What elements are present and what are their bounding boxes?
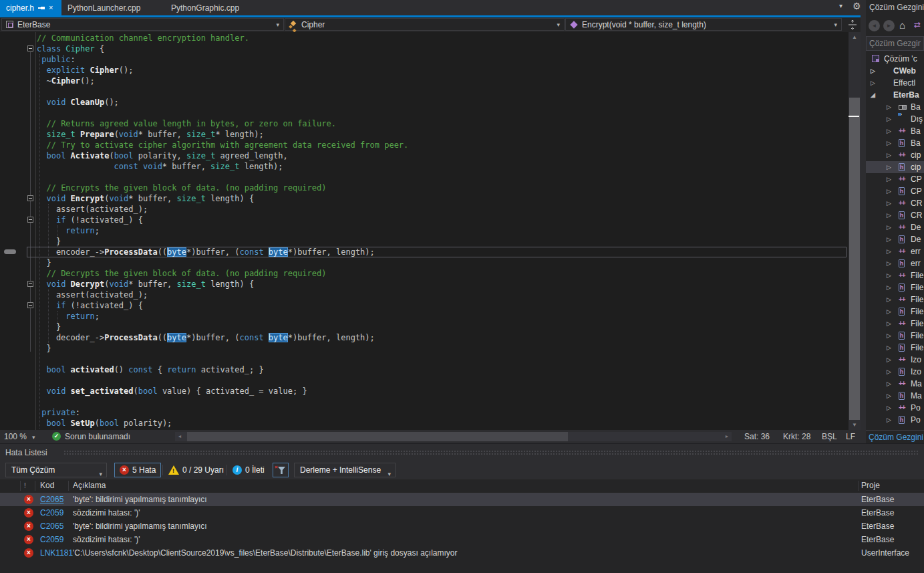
- chevron-collapsed-icon[interactable]: ▷: [887, 342, 891, 354]
- health-status[interactable]: Sorun bulunamadı: [65, 430, 130, 443]
- close-icon[interactable]: ×: [49, 0, 53, 15]
- code-line[interactable]: assert(activated_);: [0, 290, 849, 300]
- severity-column-icon[interactable]: !: [24, 479, 26, 492]
- tree-item-file[interactable]: ▷hFile: [866, 330, 924, 342]
- source-filter-dropdown[interactable]: Derleme + IntelliSense ▾: [294, 463, 396, 477]
- scrollbar-thumb[interactable]: [849, 98, 860, 420]
- chevron-collapsed-icon[interactable]: ▷: [887, 125, 891, 137]
- column-header-project[interactable]: Proje: [861, 479, 880, 492]
- code-line[interactable]: if (!activated_) {: [0, 300, 849, 311]
- code-line[interactable]: void set_activated(bool value) { activat…: [0, 386, 849, 396]
- chevron-collapsed-icon[interactable]: ▷: [887, 294, 891, 306]
- chevron-collapsed-icon[interactable]: ▷: [887, 113, 891, 125]
- error-table-row[interactable]: ×LNK1181'C:\Users\sfcnk\Desktop\ClientSo…: [0, 546, 924, 560]
- tree-item-izo[interactable]: ▷hIzo: [866, 366, 924, 378]
- pin-icon[interactable]: [38, 5, 45, 11]
- code-line[interactable]: // Returns agreed value length in bytes,…: [0, 118, 849, 129]
- code-line[interactable]: void Decrypt(void* buffer, size_t length…: [0, 279, 849, 290]
- tree-item-cip[interactable]: ▷hcip: [866, 161, 924, 173]
- messages-toggle-button[interactable]: i 0 İleti: [233, 463, 265, 477]
- fold-marker-icon[interactable]: [27, 217, 33, 223]
- error-table-row[interactable]: ×C2065'byte': bildirimi yapılmamış tanım…: [0, 493, 924, 506]
- tree-item-de[interactable]: ▷++De: [866, 221, 924, 233]
- tree-item-ma[interactable]: ▷++Ma: [866, 378, 924, 390]
- code-line[interactable]: assert(activated_);: [0, 204, 849, 215]
- error-code-link[interactable]: C2059: [40, 533, 63, 546]
- chevron-down-icon[interactable]: ▾: [32, 434, 35, 441]
- code-line[interactable]: [0, 354, 849, 364]
- chevron-collapsed-icon[interactable]: ▷: [887, 414, 891, 426]
- fold-marker-icon[interactable]: [27, 281, 33, 287]
- tree-item-ba[interactable]: ▷Ba: [866, 101, 924, 113]
- vertical-scrollbar[interactable]: ▲ ▼: [849, 32, 861, 430]
- chevron-collapsed-icon[interactable]: ▷: [887, 366, 891, 378]
- tree-item-de[interactable]: ▷hDe: [866, 233, 924, 245]
- error-code-link[interactable]: C2065: [40, 493, 63, 506]
- error-code-link[interactable]: C2065: [40, 520, 63, 533]
- chevron-collapsed-icon[interactable]: ▷: [887, 185, 891, 197]
- code-line[interactable]: decoder_->ProcessData((byte*)buffer, (co…: [0, 332, 849, 343]
- tree-item-file[interactable]: ▷hFile: [866, 342, 924, 354]
- scope-filter-dropdown[interactable]: Tüm Çözüm ▾: [5, 463, 107, 477]
- tree-item-izo[interactable]: ▷++Izo: [866, 354, 924, 366]
- code-line[interactable]: }: [0, 236, 849, 247]
- column-header-code[interactable]: Kod: [40, 479, 54, 492]
- code-line[interactable]: if (!activated_) {: [0, 215, 849, 225]
- chevron-collapsed-icon[interactable]: ▷: [887, 197, 891, 209]
- tree-item-cip[interactable]: ▷++cip: [866, 149, 924, 161]
- chevron-collapsed-icon[interactable]: ▷: [871, 77, 875, 89]
- chevron-collapsed-icon[interactable]: ▷: [887, 281, 891, 294]
- tree-item-cp[interactable]: ▷++CP: [866, 173, 924, 185]
- chevron-collapsed-icon[interactable]: ▷: [887, 101, 891, 113]
- code-line[interactable]: [0, 375, 849, 386]
- tree-item-cp[interactable]: ▷hCP: [866, 185, 924, 197]
- tree-item-ma[interactable]: ▷hMa: [866, 390, 924, 402]
- code-line[interactable]: }: [0, 257, 849, 268]
- project-dropdown[interactable]: EterBase ▾: [1, 18, 284, 31]
- chevron-collapsed-icon[interactable]: ▷: [887, 390, 891, 402]
- split-editor-icon[interactable]: [847, 19, 858, 30]
- tree-item-file[interactable]: ▷++File: [866, 318, 924, 330]
- tree-item-file[interactable]: ▷++File: [866, 269, 924, 281]
- tree-item-file[interactable]: ▷++File: [866, 294, 924, 306]
- tree-item-ba[interactable]: ▷++Ba: [866, 125, 924, 137]
- error-code-link[interactable]: LNK1181: [40, 546, 73, 560]
- chevron-collapsed-icon[interactable]: ▷: [887, 330, 891, 342]
- error-table-row[interactable]: ×C2065'byte': bildirimi yapılmamış tanım…: [0, 520, 924, 533]
- tab-list-dropdown-icon[interactable]: ▾: [839, 2, 842, 9]
- code-line[interactable]: class Cipher {: [0, 43, 849, 54]
- warnings-toggle-button[interactable]: 0 / 29 Uyarı: [168, 463, 224, 477]
- code-line[interactable]: encoder_->ProcessData((byte*)buffer, (co…: [0, 247, 849, 257]
- chevron-collapsed-icon[interactable]: ▷: [887, 354, 891, 366]
- chevron-collapsed-icon[interactable]: ▷: [887, 161, 891, 173]
- scroll-right-icon[interactable]: ►: [722, 432, 732, 441]
- chevron-collapsed-icon[interactable]: ▷: [887, 269, 891, 281]
- tree-item-d-[interactable]: ▷Dış: [866, 113, 924, 125]
- code-line[interactable]: [0, 108, 849, 118]
- code-line[interactable]: return;: [0, 311, 849, 322]
- code-line[interactable]: [0, 396, 849, 407]
- tree-item-err[interactable]: ▷++err: [866, 245, 924, 257]
- solution-explorer-bottom-tab[interactable]: Çözüm Gezgini: [866, 430, 924, 443]
- chevron-collapsed-icon[interactable]: ▷: [887, 137, 891, 149]
- code-line[interactable]: bool activated() const { return activate…: [0, 364, 849, 375]
- tree-item-ba[interactable]: ▷hBa: [866, 137, 924, 149]
- code-line[interactable]: // Communication channel encryption hand…: [0, 33, 849, 43]
- code-line[interactable]: // Encrypts the given block of data. (no…: [0, 183, 849, 193]
- horizontal-scrollbar[interactable]: ◄ ►: [175, 432, 732, 441]
- tree-item--z-m-c[interactable]: Çözüm 'c: [866, 53, 924, 65]
- tab-pythonlauncher-cpp[interactable]: PythonLauncher.cpp: [61, 0, 162, 15]
- chevron-collapsed-icon[interactable]: ▷: [887, 233, 891, 245]
- code-line[interactable]: [0, 172, 849, 183]
- error-table-row[interactable]: ×C2059sözdizimi hatası: ')'EterBase: [0, 506, 924, 520]
- chevron-collapsed-icon[interactable]: ▷: [887, 221, 891, 233]
- chevron-collapsed-icon[interactable]: ▷: [887, 402, 891, 414]
- forward-icon[interactable]: ►: [883, 20, 895, 31]
- drag-grip[interactable]: [63, 450, 919, 455]
- zoom-dropdown[interactable]: 100 %: [4, 430, 27, 443]
- fold-marker-icon[interactable]: [27, 195, 33, 201]
- scroll-up-icon[interactable]: ▲: [849, 32, 861, 42]
- code-line[interactable]: size_t Prepare(void* buffer, size_t* len…: [0, 129, 849, 140]
- scroll-left-icon[interactable]: ◄: [175, 432, 184, 441]
- code-line[interactable]: public:: [0, 54, 849, 65]
